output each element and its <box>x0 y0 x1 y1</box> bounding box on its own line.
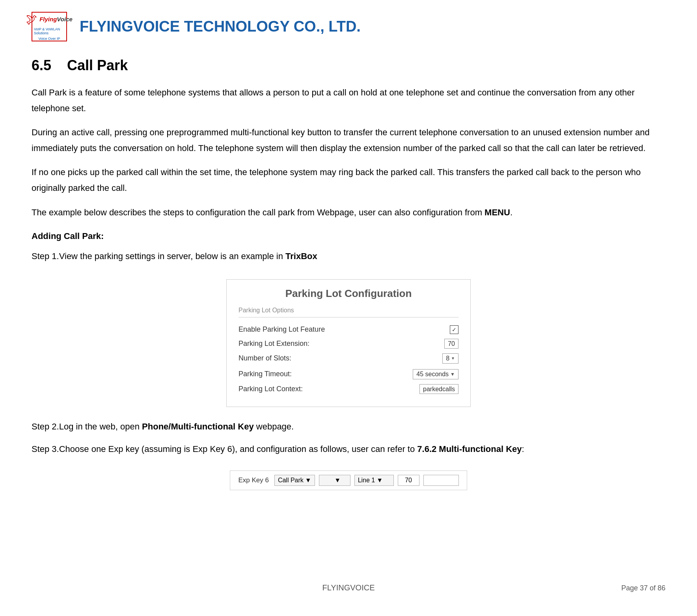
logo-box: 🕊 FlyingVoice VoIP & VoWLAN Solutions Vo… <box>32 12 67 41</box>
parking-row-slots-label: Number of Slots: <box>239 354 407 362</box>
parking-row-extension-value: 70 <box>407 340 458 348</box>
page-container: 🕊 FlyingVoice VoIP & VoWLAN Solutions Vo… <box>0 0 697 616</box>
expkey-row-container: Exp Key 6 Call Park ▼ ▼ Line 1 ▼ 70 <box>32 470 665 490</box>
paragraph-1: Call Park is a feature of some telephone… <box>32 85 665 116</box>
parking-row-extension: Parking Lot Extension: 70 <box>239 340 458 348</box>
p4-suffix: . <box>510 207 512 217</box>
logo-voiceoverip: Voice Over IP <box>38 37 60 41</box>
paragraph-2: During an active call, pressing one prep… <box>32 125 665 156</box>
flyingvoice-logo-text: FlyingVoice <box>39 16 73 22</box>
step2-suffix: webpage. <box>254 422 294 431</box>
step1-prefix: Step 1.View the parking settings in serv… <box>32 251 285 261</box>
paragraph-3: If no one picks up the parked call withi… <box>32 164 665 196</box>
section-number: 6.5 <box>32 57 51 73</box>
company-name: FLYINGVOICE TECHNOLOGY CO., LTD. <box>80 18 361 35</box>
logo-area: 🕊 FlyingVoice VoIP & VoWLAN Solutions Vo… <box>32 12 72 41</box>
parking-row-timeout: Parking Timeout: 45 seconds ▼ <box>239 369 458 379</box>
footer: FLYINGVOICE Page 37 of 86 <box>32 571 665 592</box>
parking-row-enable: Enable Parking Lot Feature ✓ <box>239 325 458 334</box>
expkey-sub-arrow: ▼ <box>334 477 341 484</box>
step2-bold: Phone/Multi-functional Key <box>142 422 254 431</box>
parking-row-enable-value: ✓ <box>407 325 458 334</box>
expkey-line-select[interactable]: Line 1 ▼ <box>354 475 394 486</box>
footer-page: Page 37 of 86 <box>587 584 665 592</box>
parking-options-header: Parking Lot Options <box>239 307 458 317</box>
parking-row-slots-value: 8 ▼ <box>407 353 458 364</box>
extension-input[interactable]: 70 <box>444 339 458 349</box>
section-title: 6.5 Call Park <box>32 57 665 74</box>
p4-prefix: The example below describes the steps to… <box>32 207 485 217</box>
expkey-label: Exp Key 6 <box>238 476 269 484</box>
step1-bold: TrixBox <box>285 251 317 261</box>
footer-center: FLYINGVOICE <box>110 583 587 592</box>
step-3-text: Step 3.Choose one Exp key (assuming is E… <box>32 441 665 457</box>
step3-bold: 7.6.2 Multi-functional Key <box>417 444 522 454</box>
step-2-text: Step 2.Log in the web, open Phone/Multi-… <box>32 419 665 435</box>
company-name-text: FLYINGVOICE TECHNOLOGY CO., LTD. <box>80 18 361 35</box>
flying-logo-label: FlyingVoice <box>39 16 73 22</box>
expkey-ext-input[interactable]: 70 <box>398 475 419 486</box>
context-input[interactable]: parkedcalls <box>419 384 458 394</box>
header: 🕊 FlyingVoice VoIP & VoWLAN Solutions Vo… <box>32 12 665 41</box>
subsection-heading: Adding Call Park: <box>32 231 665 241</box>
parking-config-title: Parking Lot Configuration <box>239 287 458 300</box>
expkey-sub-select[interactable]: ▼ <box>319 475 350 486</box>
parking-row-context-label: Parking Lot Context: <box>239 385 407 393</box>
paragraph-4: The example below describes the steps to… <box>32 205 665 220</box>
parking-row-enable-label: Enable Parking Lot Feature <box>239 325 407 334</box>
logo-top-row: 🕊 FlyingVoice <box>26 13 73 26</box>
expkey-line-arrow: ▼ <box>376 477 383 484</box>
timeout-select[interactable]: 45 seconds ▼ <box>413 369 458 379</box>
expkey-type-value: Call Park <box>278 477 304 484</box>
parking-config-box: Parking Lot Configuration Parking Lot Op… <box>226 279 471 407</box>
logo-subtitle: VoIP & VoWLAN Solutions <box>34 27 65 35</box>
expkey-type-select[interactable]: Call Park ▼ <box>274 475 315 486</box>
step3-prefix: Step 3.Choose one Exp key (assuming is E… <box>32 444 417 454</box>
parking-config-image-container: Parking Lot Configuration Parking Lot Op… <box>32 279 665 407</box>
parking-row-context-value: parkedcalls <box>407 385 458 393</box>
expkey-sub-value <box>322 477 333 484</box>
parking-row-context: Parking Lot Context: parkedcalls <box>239 385 458 393</box>
flying-bird-icon: 🕊 <box>26 13 37 26</box>
expkey-type-arrow: ▼ <box>305 477 311 484</box>
expkey-extra-input[interactable] <box>423 475 459 486</box>
p4-bold: MENU <box>485 207 510 217</box>
section-heading: Call Park <box>67 57 128 73</box>
step2-prefix: Step 2.Log in the web, open <box>32 422 142 431</box>
step3-suffix: : <box>522 444 524 454</box>
parking-row-slots: Number of Slots: 8 ▼ <box>239 353 458 364</box>
slots-spinner[interactable]: 8 ▼ <box>442 353 458 364</box>
parking-row-extension-label: Parking Lot Extension: <box>239 340 407 348</box>
expkey-row: Exp Key 6 Call Park ▼ ▼ Line 1 ▼ 70 <box>230 470 467 490</box>
step-1-text: Step 1.View the parking settings in serv… <box>32 248 665 264</box>
expkey-line-value: Line 1 <box>358 477 375 484</box>
enable-checkbox[interactable]: ✓ <box>450 325 458 334</box>
parking-row-timeout-value: 45 seconds ▼ <box>407 369 458 379</box>
parking-row-timeout-label: Parking Timeout: <box>239 370 407 378</box>
